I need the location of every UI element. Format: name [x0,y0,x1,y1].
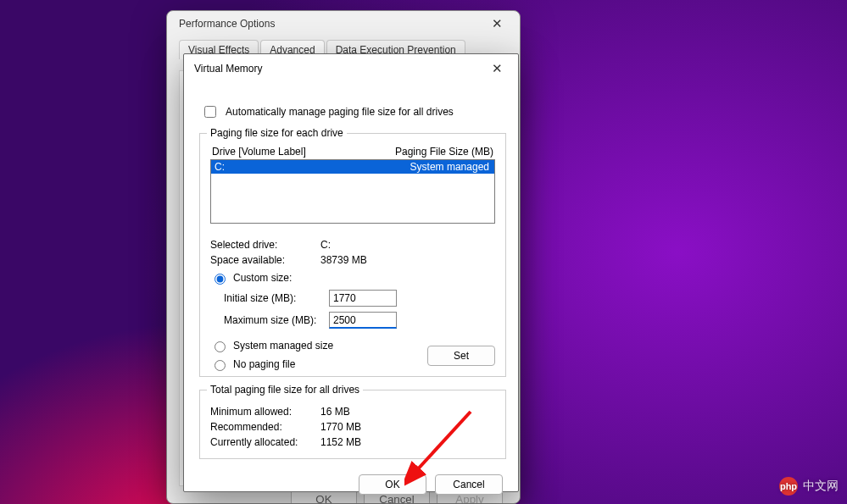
dialog-buttons: OK Cancel [184,466,518,495]
maximum-size-row: Maximum size (MB): [210,312,495,329]
custom-size-label: Custom size: [233,272,292,284]
auto-manage-row[interactable]: Automatically manage paging file size fo… [201,103,506,120]
recommended-label: Recommended: [210,421,320,433]
watermark: php 中文网 [779,477,839,496]
allocated-row: Currently allocated: 1152 MB [210,436,495,448]
drive-group: Paging file size for each drive Drive [V… [199,127,506,377]
maximum-size-input[interactable] [329,312,397,329]
close-icon[interactable]: ✕ [483,59,511,78]
drive-cell-drive: C: [215,160,225,174]
drive-cell-size: System managed [410,160,489,174]
child-titlebar: Virtual Memory ✕ [184,54,518,83]
set-button[interactable]: Set [427,346,495,366]
auto-manage-checkbox[interactable] [204,106,216,118]
selected-drive-row: Selected drive: C: [210,239,495,251]
radio-custom-size[interactable]: Custom size: [210,271,495,285]
drive-list[interactable]: C: System managed [210,159,495,224]
recommended-value: 1770 MB [320,421,361,433]
selected-drive-label: Selected drive: [210,239,320,251]
minimum-row: Minimum allowed: 16 MB [210,406,495,418]
system-managed-radio[interactable] [215,341,226,352]
parent-titlebar: Performance Options ✕ [167,11,520,38]
minimum-value: 16 MB [320,406,350,418]
initial-size-row: Initial size (MB): [210,290,495,307]
watermark-logo-icon: php [779,477,798,496]
no-paging-radio[interactable] [215,360,226,371]
initial-size-label: Initial size (MB): [224,292,319,304]
initial-size-input[interactable] [329,290,397,307]
drive-list-header: Drive [Volume Label] Paging File Size (M… [210,146,495,158]
cancel-button[interactable]: Cancel [435,474,503,495]
space-available-value: 38739 MB [320,254,367,266]
drive-group-legend: Paging file size for each drive [207,127,347,139]
drive-row-c[interactable]: C: System managed [211,160,494,174]
no-paging-label: No paging file [233,358,295,370]
col-size: Paging File Size (MB) [395,146,493,158]
custom-size-radio[interactable] [215,274,226,285]
totals-legend: Total paging file size for all drives [207,384,363,396]
close-icon[interactable]: ✕ [483,14,511,33]
ok-button[interactable]: OK [359,474,426,495]
maximum-size-label: Maximum size (MB): [224,314,319,326]
allocated-label: Currently allocated: [210,436,320,448]
allocated-value: 1152 MB [320,436,361,448]
parent-title: Performance Options [179,18,275,30]
selected-drive-value: C: [320,239,331,251]
recommended-row: Recommended: 1770 MB [210,421,495,433]
auto-manage-label: Automatically manage paging file size fo… [226,106,454,118]
space-available-label: Space available: [210,254,320,266]
watermark-text: 中文网 [803,479,839,494]
col-drive: Drive [Volume Label] [212,146,306,158]
system-managed-label: System managed size [233,340,333,352]
virtual-memory-window: Virtual Memory ✕ Automatically manage pa… [183,53,519,492]
totals-group: Total paging file size for all drives Mi… [199,384,506,459]
space-available-row: Space available: 38739 MB [210,254,495,266]
minimum-label: Minimum allowed: [210,406,320,418]
dialog-title: Virtual Memory [194,63,262,75]
